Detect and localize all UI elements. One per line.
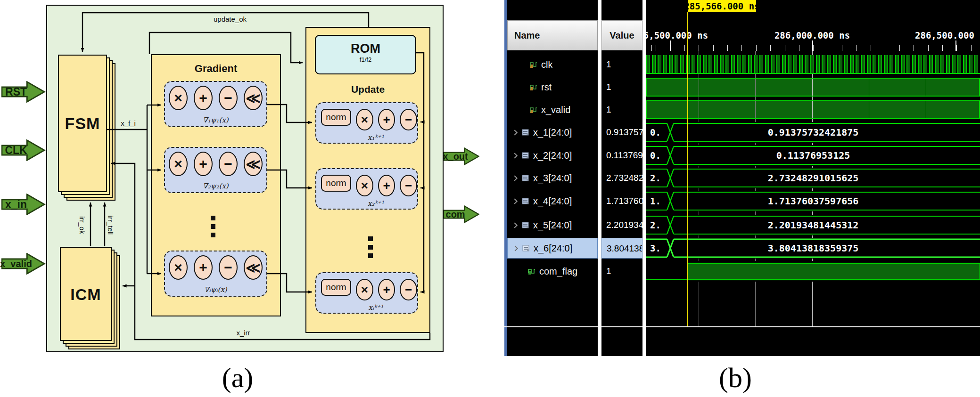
architecture-diagram: FSM ICM Gradient × + − ≪ ∇₁ψ₁(x) × + − <box>0 0 490 363</box>
bus-prefix: 0. <box>650 150 661 161</box>
value-cell-x-3: 2.7324829 <box>601 168 642 188</box>
signal-name: x_5[24:0] <box>533 220 572 231</box>
norm-box: norm <box>321 109 351 126</box>
name-column-header[interactable]: Name <box>507 20 598 50</box>
x-irr-wire-label: x_irr <box>229 329 257 337</box>
rom-subtitle: f1/f2 <box>316 56 415 63</box>
signal-row-com-flag[interactable]: com_flag <box>507 261 598 282</box>
input-label-rst: RST <box>1 81 31 103</box>
bus-prefix: 2. <box>650 173 661 183</box>
input-label-x-in: x_in <box>1 194 31 215</box>
signal-row-x-2[interactable]: x_2[24:0] <box>507 145 598 166</box>
signal-row-x-4[interactable]: x_4[24:0] <box>507 191 598 211</box>
gradient-ops: × + − ≪ <box>165 152 266 176</box>
x-valid-waveform <box>646 100 980 119</box>
expander-chevron-icon[interactable] <box>514 222 518 228</box>
signal-name: x_2[24:0] <box>533 150 572 161</box>
simulation-waveform-panel: Name Value clk rst x_valid x_1[24:0] x_2… <box>504 0 980 356</box>
x-1-waveform: 0. 0.91375732421875 <box>646 122 980 143</box>
value-cell-x-5: 2.2019348 <box>601 215 642 235</box>
expander-chevron-icon[interactable] <box>514 130 518 136</box>
norm-box: norm <box>321 279 351 296</box>
multiply-icon: × <box>356 279 373 300</box>
multiply-icon: × <box>169 255 188 280</box>
value-cell-x-valid: 1 <box>601 99 642 120</box>
output-arrow-x-out: x_out <box>444 146 479 167</box>
bus-value: 0.11376953125 <box>776 150 850 161</box>
time-label-286000: 286,000.000 ns <box>774 30 850 41</box>
expander-chevron-icon[interactable] <box>514 198 518 204</box>
bus-signal-icon <box>522 221 529 229</box>
bus-prefix: 1. <box>650 196 661 206</box>
signal-name: x_valid <box>541 105 570 115</box>
rom-title: ROM <box>316 41 415 56</box>
signal-row-clk[interactable]: clk <box>507 54 598 75</box>
scalar-signal-icon <box>530 83 537 91</box>
signal-row-x-valid[interactable]: x_valid <box>507 99 598 120</box>
value-cell-x-6-selected: 3.8041381 <box>601 238 642 259</box>
signal-row-x-1[interactable]: x_1[24:0] <box>507 122 598 143</box>
value-cell-rst: 1 <box>601 77 642 97</box>
x-2-waveform: 0. 0.11376953125 <box>646 145 980 166</box>
gradient-unit-1: × + − ≪ ∇₁ψ₁(x) <box>164 81 267 127</box>
scalar-signal-icon <box>530 61 537 68</box>
shift-icon: ≪ <box>244 152 263 176</box>
subtract-icon: − <box>400 175 417 196</box>
update-unit-i-label: xᵢᵏ⁺¹ <box>347 303 404 312</box>
cursor-time-badge: 285,566.000 ns <box>688 0 756 12</box>
shift-icon: ≪ <box>244 255 263 280</box>
x-6-waveform-selected: 3. 3.80413818359375 <box>646 238 980 259</box>
update-ok-wire-label: update_ok <box>197 15 263 23</box>
gradient-unit-2: × + − ≪ ∇₂ψ₂(x) <box>164 147 267 193</box>
ellipsis-dots <box>211 216 215 237</box>
bus-signal-icon <box>522 129 529 136</box>
bus-signal-icon <box>522 197 529 205</box>
bus-prefix: 3. <box>650 243 661 253</box>
expander-chevron-icon[interactable] <box>514 153 518 159</box>
subtract-icon: − <box>400 109 417 130</box>
update-unit-2: norm × + − x₂ᵏ⁺¹ <box>315 168 418 210</box>
caption-b: (b) <box>698 362 773 394</box>
signal-row-x-3[interactable]: x_3[24:0] <box>507 168 598 188</box>
signal-name: clk <box>541 59 552 70</box>
time-cursor[interactable] <box>687 12 688 326</box>
x-3-waveform: 2. 2.73248291015625 <box>646 168 980 188</box>
subtract-icon: − <box>400 279 417 300</box>
x-f-i-wire-label: x_f_i <box>114 119 142 127</box>
gradient-unit-i-label: ∇ᵢψᵢ(x) <box>165 285 266 294</box>
add-icon: + <box>194 255 213 280</box>
input-arrow-rst: RST <box>1 81 46 103</box>
time-label-286500: 286,500.000 ns <box>915 30 980 41</box>
value-cell-x-4: 1.7137603 <box>601 191 642 211</box>
expander-chevron-icon[interactable] <box>514 175 518 181</box>
signal-row-rst[interactable]: rst <box>507 77 598 97</box>
update-unit-1: norm × + − x₁ᵏ⁺¹ <box>315 102 418 144</box>
major-tick <box>812 41 813 51</box>
multiply-icon: × <box>356 109 373 130</box>
value-cell-x-1: 0.9137573 <box>601 122 642 143</box>
add-icon: + <box>194 86 213 110</box>
bus-value: 3.80413818359375 <box>768 243 859 254</box>
subtract-icon: − <box>219 86 238 110</box>
value-cell-x-2: 0.1137695 <box>601 145 642 166</box>
value-column-header[interactable]: Value <box>601 20 642 50</box>
ellipsis-dots <box>368 236 373 258</box>
signal-row-x-6-selected[interactable]: x_6[24:0] <box>507 238 598 259</box>
major-tick <box>955 41 956 51</box>
time-label-285500: 285,500.000 ns <box>646 30 708 41</box>
signal-row-x-5[interactable]: x_5[24:0] <box>507 215 598 235</box>
gradient-ops: × + − ≪ <box>165 86 266 110</box>
signal-name: rst <box>541 82 552 93</box>
input-label-clk: CLK <box>1 139 31 161</box>
signal-name: x_6[24:0] <box>534 243 572 254</box>
value-header-label: Value <box>609 30 634 41</box>
shift-icon: ≪ <box>244 86 263 110</box>
wave-area[interactable]: 285,500.000 ns 286,000.000 ns 286,500.00… <box>646 0 980 356</box>
bus-signal-icon <box>522 152 529 159</box>
expander-chevron-icon[interactable] <box>514 245 519 251</box>
bus-value: 2.20193481445312 <box>768 219 859 231</box>
input-arrow-x-in: x_in <box>1 194 46 215</box>
icm-label: ICM <box>61 285 111 304</box>
input-arrow-clk: CLK <box>1 139 46 161</box>
caption-a: (a) <box>200 362 275 394</box>
